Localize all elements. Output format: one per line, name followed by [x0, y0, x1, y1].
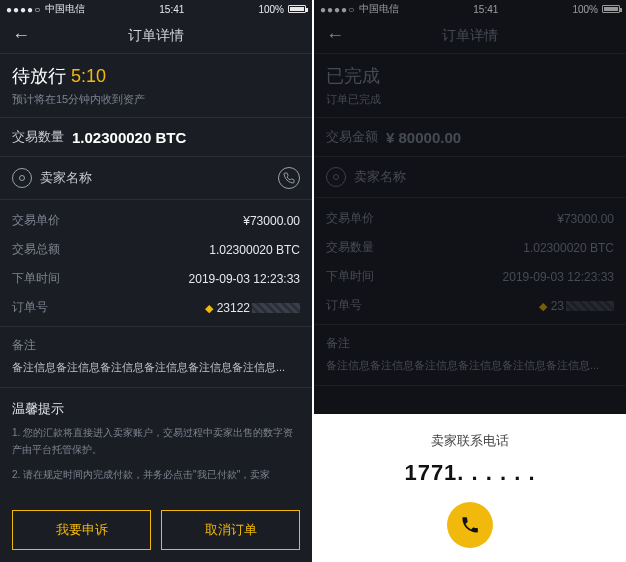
detail-key: 交易数量: [326, 239, 374, 256]
remark-text: 备注信息备注信息备注信息备注信息备注信息备注信息...: [314, 358, 626, 386]
order-status-sub: 订单已完成: [326, 92, 614, 107]
detail-value: 2019-09-03 12:23:33: [189, 272, 300, 286]
detail-value: ¥73000.00: [243, 214, 300, 228]
clock: 15:41: [159, 4, 184, 15]
nav-bar: ← 订单详情: [314, 18, 626, 54]
page-title: 订单详情: [314, 27, 626, 45]
appeal-button[interactable]: 我要申诉: [12, 510, 151, 550]
detail-value: ◆23122: [205, 301, 300, 315]
seller-row[interactable]: 卖家名称: [314, 157, 626, 198]
battery-label: 100%: [258, 4, 284, 15]
detail-row: 交易总额1.02300020 BTC: [12, 235, 300, 264]
order-status-title: 已完成: [326, 64, 614, 88]
detail-key: 订单号: [326, 297, 362, 314]
detail-value: ¥73000.00: [557, 212, 614, 226]
nav-bar: ← 订单详情: [0, 18, 312, 54]
order-status-title: 待放行 5:10: [12, 64, 300, 88]
redacted-icon: [252, 303, 300, 313]
detail-key: 下单时间: [326, 268, 374, 285]
detail-list: 交易单价¥73000.00交易总额1.02300020 BTC下单时间2019-…: [0, 200, 312, 327]
seller-row[interactable]: 卖家名称: [0, 157, 312, 200]
status-bar: ●●●●○ 中国电信 15:41 100%: [314, 0, 626, 18]
detail-key: 交易单价: [12, 212, 60, 229]
sheet-title: 卖家联系电话: [326, 432, 614, 450]
shield-icon: ◆: [539, 300, 547, 312]
contact-sheet: 卖家联系电话 1771. . . . . .: [314, 414, 626, 562]
redacted-icon: [566, 301, 614, 311]
detail-value-text: 23122: [217, 301, 250, 315]
phone-left: ●●●●○ 中国电信 15:41 100% ← 订单详情 待放行 5:10 预计…: [0, 0, 312, 562]
trade-amount-label: 交易数量: [12, 128, 64, 146]
detail-list: 交易单价¥73000.00交易数量1.02300020 BTC下单时间2019-…: [314, 198, 626, 325]
battery-icon: [602, 5, 620, 13]
detail-row: 交易单价¥73000.00: [12, 206, 300, 235]
detail-value: 2019-09-03 12:23:33: [503, 270, 614, 284]
order-countdown: 5:10: [71, 66, 106, 86]
trade-amount-value: ¥ 80000.00: [386, 129, 461, 146]
cancel-button[interactable]: 取消订单: [161, 510, 300, 550]
battery-label: 100%: [572, 4, 598, 15]
phone-right: ●●●●○ 中国电信 15:41 100% ← 订单详情 已完成 订单已完成 交…: [314, 0, 626, 562]
detail-row: 订单号◆23: [326, 291, 614, 320]
shield-icon: ◆: [205, 302, 213, 314]
clock: 15:41: [473, 4, 498, 15]
detail-key: 交易总额: [12, 241, 60, 258]
remark-text: 备注信息备注信息备注信息备注信息备注信息备注信息...: [0, 360, 312, 388]
call-button[interactable]: [447, 502, 493, 548]
order-status-section: 待放行 5:10 预计将在15分钟内收到资产: [0, 54, 312, 118]
remark-label: 备注: [0, 327, 312, 360]
tips-label: 温馨提示: [0, 388, 312, 424]
trade-amount-value: 1.02300020 BTC: [72, 129, 186, 146]
carrier-label: 中国电信: [45, 2, 85, 16]
detail-value-text: ¥73000.00: [557, 212, 614, 226]
seller-avatar-icon: [12, 168, 32, 188]
detail-row: 交易单价¥73000.00: [326, 204, 614, 233]
detail-value-text: 1.02300020 BTC: [523, 241, 614, 255]
signal-dots: ●●●●○: [6, 4, 41, 15]
detail-value-text: 2019-09-03 12:23:33: [189, 272, 300, 286]
battery-icon: [288, 5, 306, 13]
seller-avatar-icon: [326, 167, 346, 187]
detail-key: 订单号: [12, 299, 48, 316]
status-bar: ●●●●○ 中国电信 15:41 100%: [0, 0, 312, 18]
phone-icon[interactable]: [278, 167, 300, 189]
remark-label: 备注: [314, 325, 626, 358]
sheet-phone-number: 1771. . . . . .: [326, 460, 614, 486]
detail-key: 下单时间: [12, 270, 60, 287]
page-title: 订单详情: [0, 27, 312, 45]
order-status-label: 待放行: [12, 66, 66, 86]
detail-row: 订单号◆23122: [12, 293, 300, 322]
trade-amount-row: 交易金额 ¥ 80000.00: [314, 118, 626, 157]
carrier-label: 中国电信: [359, 2, 399, 16]
detail-value: 1.02300020 BTC: [209, 243, 300, 257]
detail-value-text: 2019-09-03 12:23:33: [503, 270, 614, 284]
trade-amount-row: 交易数量 1.02300020 BTC: [0, 118, 312, 157]
order-status-section: 已完成 订单已完成: [314, 54, 626, 118]
detail-value-text: ¥73000.00: [243, 214, 300, 228]
signal-dots: ●●●●○: [320, 4, 355, 15]
seller-name: 卖家名称: [40, 169, 270, 187]
detail-row: 下单时间2019-09-03 12:23:33: [12, 264, 300, 293]
detail-value: 1.02300020 BTC: [523, 241, 614, 255]
seller-name: 卖家名称: [354, 168, 614, 186]
button-row: 我要申诉 取消订单: [0, 500, 312, 562]
detail-value-text: 1.02300020 BTC: [209, 243, 300, 257]
order-status-sub: 预计将在15分钟内收到资产: [12, 92, 300, 107]
detail-row: 交易数量1.02300020 BTC: [326, 233, 614, 262]
tip-item: 2. 请在规定时间内完成付款，并务必点击"我已付款"，卖家: [12, 466, 300, 483]
detail-value-text: 23: [551, 299, 564, 313]
detail-row: 下单时间2019-09-03 12:23:33: [326, 262, 614, 291]
detail-value: ◆23: [539, 299, 614, 313]
order-status-label: 已完成: [326, 66, 380, 86]
tip-item: 1. 您的汇款将直接进入卖家账户，交易过程中卖家出售的数字资产由平台托管保护。: [12, 424, 300, 458]
detail-key: 交易单价: [326, 210, 374, 227]
trade-amount-label: 交易金额: [326, 128, 378, 146]
tips-body: 1. 您的汇款将直接进入卖家账户，交易过程中卖家出售的数字资产由平台托管保护。2…: [0, 424, 312, 491]
